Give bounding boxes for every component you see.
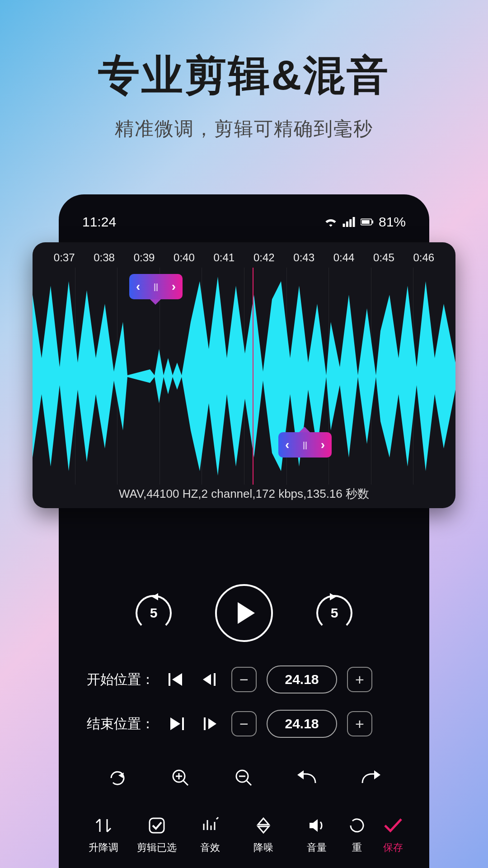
tab-label: 升降调 <box>89 841 118 854</box>
waveform-panel[interactable]: 0:37 0:38 0:39 0:40 0:41 0:42 0:43 0:44 … <box>33 242 455 508</box>
tab-label: 重 <box>352 841 362 854</box>
play-button[interactable] <box>215 584 273 642</box>
end-decrement-button[interactable]: − <box>231 711 257 736</box>
set-end-here-button[interactable] <box>198 712 221 736</box>
start-handle[interactable]: ‹ || › <box>129 274 183 299</box>
start-position-value[interactable]: 24.18 <box>267 665 337 693</box>
tab-effects[interactable]: 音效 <box>183 815 237 854</box>
tool-row <box>77 765 411 791</box>
time-ruler: 0:37 0:38 0:39 0:40 0:41 0:42 0:43 0:44 … <box>33 242 455 264</box>
status-bar: 11:24 81% <box>77 207 411 241</box>
status-battery: 81% <box>379 214 406 230</box>
checkbox-icon <box>146 815 168 836</box>
svg-rect-2 <box>349 219 352 227</box>
tick: 0:44 <box>324 251 364 264</box>
tick: 0:41 <box>204 251 244 264</box>
zoom-out-button[interactable] <box>231 765 257 791</box>
end-increment-button[interactable]: + <box>347 711 372 736</box>
waveform-area[interactable]: ‹ || › ‹ || › <box>33 268 455 485</box>
grip-icon: || <box>154 282 158 292</box>
hero-subtitle: 精准微调，剪辑可精确到毫秒 <box>0 116 488 142</box>
chevron-right-icon: › <box>172 279 176 294</box>
bottom-tabs: 升降调 剪辑已选 音效 降噪 音量 重 保存 <box>77 815 411 854</box>
refresh-button[interactable] <box>104 765 131 791</box>
tick: 0:43 <box>284 251 324 264</box>
svg-rect-1 <box>346 222 348 227</box>
svg-rect-3 <box>353 217 355 227</box>
tab-cut-selected[interactable]: 剪辑已选 <box>130 815 183 854</box>
signal-icon <box>343 217 355 227</box>
forward-seconds: 5 <box>316 595 352 631</box>
tick: 0:37 <box>44 251 84 264</box>
svg-rect-5 <box>361 220 369 224</box>
chevron-left-icon: ‹ <box>285 438 289 452</box>
equalizer-icon <box>199 815 221 836</box>
end-handle[interactable]: ‹ || › <box>278 432 332 458</box>
tab-label: 降噪 <box>253 841 273 854</box>
svg-rect-6 <box>372 221 373 224</box>
start-position-label: 开始位置： <box>84 670 155 689</box>
svg-rect-0 <box>343 224 345 227</box>
battery-icon <box>361 217 373 227</box>
start-increment-button[interactable]: + <box>347 667 372 692</box>
end-position-value[interactable]: 24.18 <box>267 710 337 738</box>
skip-to-start-button[interactable] <box>164 668 188 691</box>
tick: 0:45 <box>364 251 404 264</box>
tab-reset[interactable]: 重 <box>343 815 371 854</box>
play-icon <box>238 602 255 624</box>
waveform-svg <box>33 268 455 485</box>
grip-icon: || <box>303 440 307 450</box>
tick: 0:38 <box>84 251 124 264</box>
tab-save[interactable]: 保存 <box>371 815 411 854</box>
zoom-in-button[interactable] <box>168 765 194 791</box>
skip-to-end-button[interactable] <box>164 712 188 736</box>
svg-rect-9 <box>150 818 164 833</box>
end-position-label: 结束位置： <box>84 715 155 733</box>
tab-pitch[interactable]: 升降调 <box>77 815 130 854</box>
tab-label: 音量 <box>307 841 327 854</box>
reset-icon <box>346 815 368 836</box>
denoise-icon <box>253 815 274 836</box>
tick: 0:39 <box>124 251 164 264</box>
check-icon <box>382 815 404 836</box>
audio-info: WAV,44100 HZ,2 channel,172 kbps,135.16 秒… <box>33 486 455 502</box>
tick: 0:46 <box>404 251 444 264</box>
rewind-seconds: 5 <box>136 595 172 631</box>
status-time: 11:24 <box>82 214 116 230</box>
wifi-icon <box>324 217 337 227</box>
end-position-row: 结束位置： − 24.18 + <box>77 710 411 738</box>
hero-title: 专业剪辑&混音 <box>0 47 488 104</box>
tab-denoise[interactable]: 降噪 <box>237 815 290 854</box>
volume-icon <box>306 815 328 836</box>
tab-label: 保存 <box>383 841 403 854</box>
set-start-here-button[interactable] <box>198 668 221 691</box>
chevron-left-icon: ‹ <box>136 279 140 294</box>
tick: 0:42 <box>244 251 284 264</box>
tab-volume[interactable]: 音量 <box>290 815 343 854</box>
rewind-5-button[interactable]: 5 <box>136 595 172 631</box>
redo-button[interactable] <box>357 765 384 791</box>
pitch-icon <box>93 815 114 836</box>
chevron-right-icon: › <box>321 438 325 452</box>
tab-label: 音效 <box>200 841 220 854</box>
transport-controls: 5 5 <box>77 584 411 642</box>
start-decrement-button[interactable]: − <box>231 667 257 692</box>
playhead[interactable] <box>253 268 253 485</box>
start-position-row: 开始位置： − 24.18 + <box>77 665 411 693</box>
forward-5-button[interactable]: 5 <box>316 595 352 631</box>
tab-label: 剪辑已选 <box>137 841 177 854</box>
undo-button[interactable] <box>294 765 320 791</box>
tick: 0:40 <box>164 251 204 264</box>
